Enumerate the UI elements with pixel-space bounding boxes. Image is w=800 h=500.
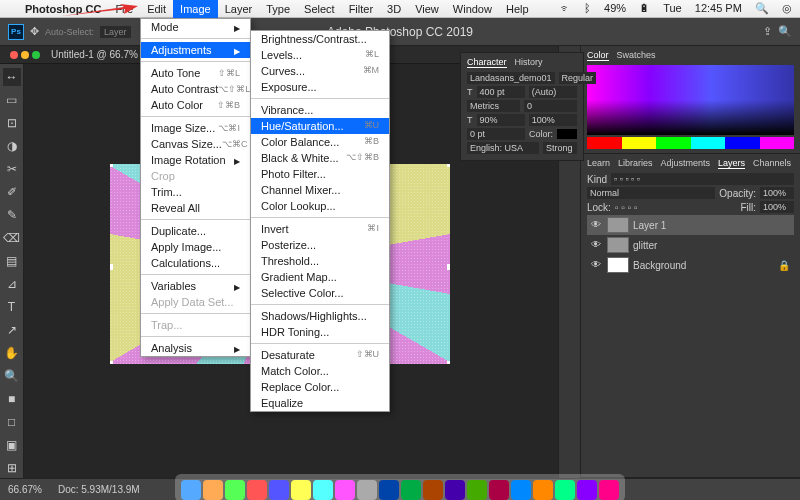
traffic-close-icon[interactable] [10,51,18,59]
tab-learn[interactable]: Learn [587,158,610,169]
text-color-swatch[interactable] [557,129,577,139]
visibility-icon[interactable]: 👁 [591,259,603,271]
menu-item[interactable]: Auto Contrast⌥⇧⌘L [141,81,250,97]
baseline[interactable]: 0 pt [467,128,525,140]
menu-item[interactable]: Mode [141,19,250,35]
menu-item[interactable]: Adjustments [141,42,250,58]
transform-handle[interactable] [447,361,450,364]
layer-name[interactable]: Background [633,260,686,271]
menu-item[interactable]: Calculations... [141,255,250,271]
menu-item[interactable]: HDR Toning... [251,324,389,340]
layer-thumb[interactable] [607,257,629,273]
macos-dock[interactable] [175,474,625,500]
traffic-min-icon[interactable] [21,51,29,59]
tool-button[interactable]: ⊞ [3,459,21,477]
transform-handle[interactable] [447,264,450,270]
auto-select-kind[interactable]: Layer [100,26,131,38]
menu-item[interactable]: Levels...⌘L [251,47,389,63]
menu-filter[interactable]: Filter [342,0,380,18]
layer-row[interactable]: 👁glitter [587,235,794,255]
leading[interactable]: (Auto) [529,86,577,98]
tool-button[interactable]: ▤ [3,252,21,270]
menu-item[interactable]: Replace Color... [251,379,389,395]
search-icon-2[interactable]: 🔍 [778,25,792,38]
dock-app-icon[interactable] [533,480,553,500]
menu-window[interactable]: Window [446,0,499,18]
tool-button[interactable]: ⌫ [3,229,21,247]
layer-name[interactable]: glitter [633,240,657,251]
menu-layer[interactable]: Layer [218,0,260,18]
tool-button[interactable]: ↗ [3,321,21,339]
font-style[interactable]: Regular [559,72,597,84]
menu-type[interactable]: Type [259,0,297,18]
tab-color[interactable]: Color [587,50,609,61]
dock-app-icon[interactable] [599,480,619,500]
tool-button[interactable]: □ [3,413,21,431]
dock-app-icon[interactable] [445,480,465,500]
kerning[interactable]: Metrics [467,100,520,112]
menu-item[interactable]: Reveal All [141,200,250,216]
tool-button[interactable]: ✋ [3,344,21,362]
dock-app-icon[interactable] [225,480,245,500]
menu-item[interactable]: Channel Mixer... [251,182,389,198]
dock-app-icon[interactable] [203,480,223,500]
dock-app-icon[interactable] [269,480,289,500]
layer-row[interactable]: 👁Background🔒 [587,255,794,275]
bluetooth-icon[interactable]: ᛒ [584,2,591,14]
menu-item[interactable]: Image Rotation [141,152,250,168]
menu-item[interactable]: Auto Tone⇧⌘L [141,65,250,81]
menu-item[interactable]: Exposure... [251,79,389,95]
traffic-max-icon[interactable] [32,51,40,59]
menu-app[interactable]: Photoshop CC [18,0,108,18]
menu-3d[interactable]: 3D [380,0,408,18]
layer-thumb[interactable] [607,237,629,253]
menu-item[interactable]: Selective Color... [251,285,389,301]
tool-button[interactable]: T [3,298,21,316]
siri-icon[interactable]: ◎ [782,2,792,14]
tab-adjustments[interactable]: Adjustments [661,158,711,169]
doc-size[interactable]: Doc: 5.93M/13.9M [58,484,140,495]
menu-item[interactable]: Shadows/Highlights... [251,308,389,324]
tab-history[interactable]: History [515,57,543,68]
tool-button[interactable]: ▣ [3,436,21,454]
menu-item[interactable]: Auto Color⇧⌘B [141,97,250,113]
share-icon[interactable]: ⇪ [763,25,772,38]
wifi-icon[interactable]: ᯤ [560,2,571,14]
transform-handle[interactable] [447,164,450,167]
tool-button[interactable]: ✂ [3,160,21,178]
menu-item[interactable]: Equalize [251,395,389,411]
menu-select[interactable]: Select [297,0,342,18]
dock-app-icon[interactable] [489,480,509,500]
menu-item[interactable]: Canvas Size...⌥⌘C [141,136,250,152]
dock-app-icon[interactable] [467,480,487,500]
transform-handle[interactable] [110,164,113,167]
tab-layers[interactable]: Layers [718,158,745,169]
tracking[interactable]: 0 [524,100,577,112]
dock-app-icon[interactable] [423,480,443,500]
tool-button[interactable]: ✐ [3,183,21,201]
menu-file[interactable]: File [108,0,140,18]
dock-app-icon[interactable] [379,480,399,500]
fill-input[interactable]: 100% [760,201,794,213]
dock-app-icon[interactable] [555,480,575,500]
menu-view[interactable]: View [408,0,446,18]
dock-app-icon[interactable] [511,480,531,500]
opacity-input[interactable]: 100% [760,187,794,199]
layer-thumb[interactable] [607,217,629,233]
tool-button[interactable]: ■ [3,390,21,408]
dock-app-icon[interactable] [357,480,377,500]
hscale[interactable]: 100% [529,114,577,126]
menu-help[interactable]: Help [499,0,536,18]
tool-button[interactable]: ↔ [3,68,21,86]
menu-item[interactable]: Posterize... [251,237,389,253]
tab-swatches[interactable]: Swatches [617,50,656,61]
menu-item[interactable]: Hue/Saturation...⌘U [251,118,389,134]
antialias[interactable]: Strong [543,142,577,154]
dock-app-icon[interactable] [181,480,201,500]
font-family[interactable]: Landasans_demo01 [467,72,555,84]
layer-row[interactable]: 👁Layer 1 [587,215,794,235]
zoom-level[interactable]: 66.67% [8,484,42,495]
menu-item[interactable]: Threshold... [251,253,389,269]
tool-button[interactable]: ✎ [3,206,21,224]
menu-item[interactable]: Trim... [141,184,250,200]
